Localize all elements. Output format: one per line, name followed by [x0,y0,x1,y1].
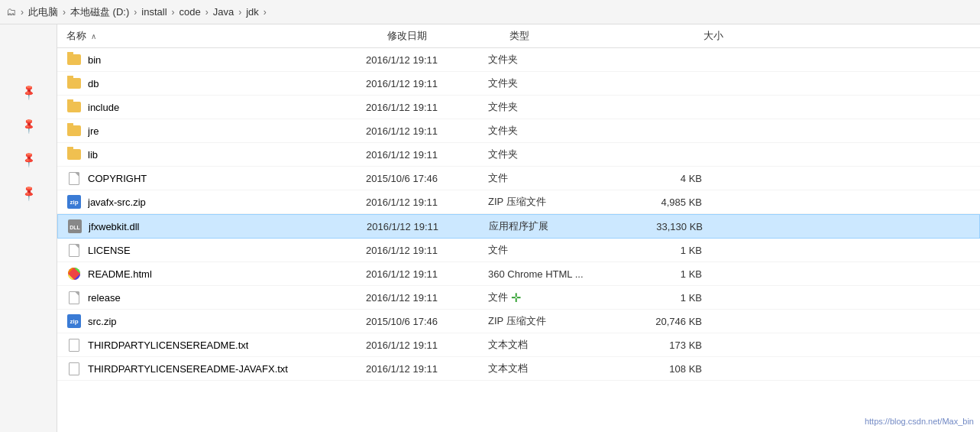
file-name: javafx-src.zip [88,197,146,208]
file-date: 2016/1/12 19:11 [366,363,488,375]
svg-text:DLL: DLL [70,225,80,230]
file-size: 4 KB [626,173,702,184]
file-date: 2016/1/12 19:11 [366,54,488,66]
file-type: ZIP 压缩文件 [488,314,626,328]
col-date-header[interactable]: 修改日期 [387,29,509,43]
file-name: LICENSE [88,245,131,256]
file-size: 173 KB [626,339,702,351]
file-type: 文件 ✛ [488,291,626,305]
file-type: 应用程序扩展 [489,219,626,233]
table-row[interactable]: db 2016/1/12 19:11 文件夹 [57,72,980,96]
file-name: include [88,102,119,113]
column-header: 名称 ∧ 修改日期 类型 大小 [57,24,980,48]
sidebar: 📌 📌 📌 📌 [0,24,57,432]
pin-button-2[interactable]: 📌 [19,116,37,134]
file-size: 20,746 KB [626,316,702,327]
file-icon [66,171,82,186]
file-date: 2016/1/12 19:11 [366,292,488,304]
file-name: jfxwebkit.dll [89,221,139,232]
table-row[interactable]: release 2016/1/12 19:11 文件 ✛ 1 KB [57,286,980,310]
folder-icon [66,76,82,91]
file-size: 108 KB [626,363,702,375]
table-row[interactable]: include 2016/1/12 19:11 文件夹 [57,96,980,119]
sort-arrow: ∧ [91,32,96,41]
file-size: 4,985 KB [626,197,702,208]
zip-icon: zip [66,194,82,210]
file-type: 文件夹 [488,148,626,161]
folder-icon [66,99,82,115]
col-type-header[interactable]: 类型 [509,29,647,43]
col-name-header[interactable]: 名称 ∧ [66,29,387,43]
file-date: 2015/10/6 17:46 [366,316,488,327]
file-name: src.zip [88,316,117,327]
table-row[interactable]: zip javafx-src.zip 2016/1/12 19:11 ZIP 压… [57,190,980,214]
breadcrumb-java[interactable]: Java [213,6,234,18]
table-row[interactable]: jre 2016/1/12 19:11 文件夹 [57,119,980,143]
breadcrumb-install[interactable]: install [141,6,167,18]
file-type: 文件夹 [488,53,626,67]
file-name: bin [88,54,101,66]
dll-icon: DLL [67,219,82,234]
file-type: 文本文档 [488,362,626,375]
file-type: 文件夹 [488,76,626,90]
table-row[interactable]: lib 2016/1/12 19:11 文件夹 [57,143,980,167]
file-name: jre [88,125,99,137]
html-icon [66,266,82,281]
col-size-header[interactable]: 大小 [647,29,723,43]
zip-icon: zip [66,313,82,329]
file-date: 2015/10/6 17:46 [366,173,488,184]
file-name: THIRDPARTYLICENSEREADME.txt [88,339,248,351]
file-area[interactable]: 名称 ∧ 修改日期 类型 大小 bin 2016/1/12 19:11 文件夹 … [57,24,980,432]
folder-icon [66,147,82,162]
file-date: 2016/1/12 19:11 [366,197,488,208]
file-type: 文件 [488,171,626,185]
pin-button-1[interactable]: 📌 [19,83,37,100]
file-date: 2016/1/12 19:11 [366,149,488,161]
txt-icon [66,361,82,376]
file-name: lib [88,149,98,161]
file-icon [66,242,82,258]
txt-icon [66,337,82,352]
file-date: 2016/1/12 19:11 [366,125,488,137]
file-size: 1 KB [626,292,702,304]
table-row[interactable]: THIRDPARTYLICENSEREADME-JAVAFX.txt 2016/… [57,357,980,381]
table-row[interactable]: COPYRIGHT 2015/10/6 17:46 文件 4 KB [57,167,980,190]
file-type: 文件 [488,243,626,257]
table-row[interactable]: DLL jfxwebkit.dll 2016/1/12 19:11 应用程序扩展… [57,214,980,239]
file-date: 2016/1/12 19:11 [366,102,488,113]
file-type: 360 Chrome HTML ... [488,268,626,280]
watermark: https://blog.csdn.net/Max_bin [865,417,974,426]
breadcrumb-code[interactable]: code [180,6,201,18]
table-row[interactable]: bin 2016/1/12 19:11 文件夹 [57,48,980,72]
file-name: release [88,292,121,304]
table-row[interactable]: LICENSE 2016/1/12 19:11 文件 1 KB [57,239,980,262]
file-name: THIRDPARTYLICENSEREADME-JAVAFX.txt [88,363,288,375]
file-date: 2016/1/12 19:11 [367,221,489,232]
file-date: 2016/1/12 19:11 [366,245,488,256]
table-row[interactable]: zip src.zip 2015/10/6 17:46 ZIP 压缩文件 20,… [57,310,980,333]
file-name: README.html [88,268,152,280]
pin-button-4[interactable]: 📌 [19,184,37,201]
folder-icon [66,52,82,67]
file-type: 文件夹 [488,124,626,138]
breadcrumb-jdk[interactable]: jdk [246,6,259,18]
file-date: 2016/1/12 19:11 [366,339,488,351]
table-row[interactable]: README.html 2016/1/12 19:11 360 Chrome H… [57,262,980,286]
table-row[interactable]: THIRDPARTYLICENSEREADME.txt 2016/1/12 19… [57,333,980,357]
breadcrumb-bar: 🗂 › 此电脑 › 本地磁盘 (D:) › install › code › J… [0,0,980,24]
pin-button-3[interactable]: 📌 [19,150,37,167]
file-type: 文本文档 [488,338,626,352]
folder-icon [66,123,82,138]
move-cursor-icon: ✛ [511,291,521,305]
file-type: 文件夹 [488,100,626,114]
file-size: 33,130 KB [626,221,703,232]
file-type: ZIP 压缩文件 [488,195,626,209]
file-size: 1 KB [626,245,702,256]
file-icon [66,290,82,305]
breadcrumb-this-pc[interactable]: 此电脑 [28,5,58,19]
file-date: 2016/1/12 19:11 [366,268,488,280]
file-name: db [88,78,99,89]
breadcrumb-drive[interactable]: 本地磁盘 (D:) [70,5,129,19]
file-name: COPYRIGHT [88,173,147,184]
file-date: 2016/1/12 19:11 [366,78,488,89]
